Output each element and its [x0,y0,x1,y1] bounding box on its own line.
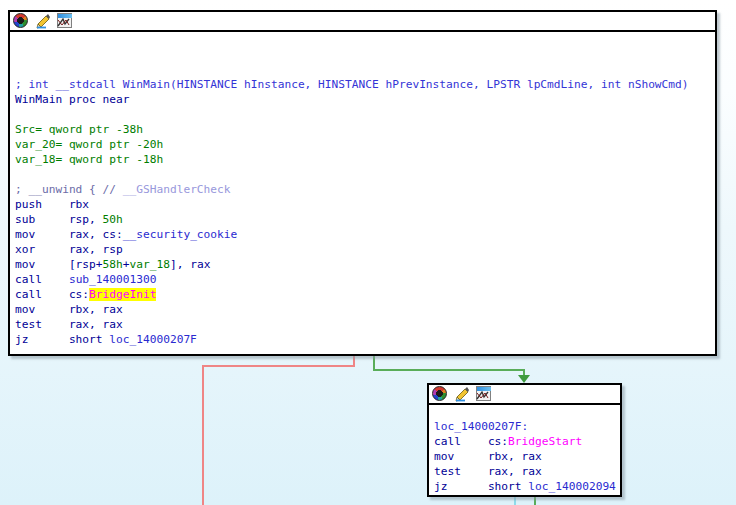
pencil-icon [35,13,51,29]
code-segment[interactable]: sub rsp, [15,213,103,226]
code-segment[interactable]: jz short [15,333,109,346]
code-line[interactable]: WinMain proc near [15,92,715,107]
edit-comment-icon[interactable] [454,386,470,402]
code-line[interactable]: mov [rsp+58h+var_18], rax [15,257,715,272]
open-subview-icon[interactable] [476,386,492,402]
code-segment[interactable]: call cs: [15,288,89,301]
code-line[interactable] [15,167,715,182]
node-titlebar[interactable] [10,12,715,32]
code-segment[interactable]: mov rax, cs: [15,228,123,241]
code-segment[interactable]: 58h [103,258,123,271]
code-line[interactable]: loc_14000207F: [434,419,620,434]
code-segment[interactable]: ; __unwind { // [15,183,123,196]
graph-canvas[interactable]: ; int __stdcall WinMain(HINSTANCE hInsta… [0,0,736,505]
code-segment[interactable]: BridgeInit [89,288,156,301]
code-segment[interactable]: Src= qword ptr -38h [15,123,143,136]
code-segment[interactable]: loc_14000207F: [434,420,528,433]
code-line[interactable]: var_20= qword ptr -20h [15,137,715,152]
code-segment[interactable]: jz short [434,480,528,493]
code-line[interactable]: jz short loc_14000207F [15,332,715,347]
code-line[interactable]: ; __unwind { // __GSHandlerCheck [15,182,715,197]
graph-glyph-icon [476,391,489,400]
code-line[interactable]: test rax, rax [15,317,715,332]
code-segment[interactable]: push rbx [15,198,89,211]
code-listing[interactable]: ; int __stdcall WinMain(HINSTANCE hInsta… [10,32,715,347]
code-segment[interactable]: ], rax [170,258,210,271]
node-color-icon[interactable] [13,13,29,29]
code-segment[interactable]: test rax, rax [15,318,123,331]
window-frame-icon [476,386,491,401]
code-line[interactable]: mov rbx, rax [15,302,715,317]
code-line[interactable]: Src= qword ptr -38h [15,122,715,137]
edge-not-taken-segment [202,365,355,367]
edge-arrowhead-icon [518,375,530,383]
edge-not-taken-segment [202,365,204,505]
pencil-icon [454,386,470,402]
code-segment[interactable]: loc_140002094 [528,480,616,493]
code-segment[interactable]: call [15,273,69,286]
graph-glyph-icon [57,18,70,27]
code-line[interactable]: jz short loc_140002094 [434,479,620,494]
code-segment[interactable]: var_18= qword ptr -18h [15,153,163,166]
node-color-icon[interactable] [432,386,448,402]
code-segment[interactable]: mov rbx, rax [434,450,542,463]
code-segment[interactable]: __security_cookie [123,228,238,241]
code-line[interactable]: ; int __stdcall WinMain(HINSTANCE hInsta… [15,77,715,92]
code-segment[interactable]: var_18 [130,258,170,271]
code-segment[interactable]: WinMain proc near [15,93,130,106]
code-segment[interactable]: loc_14000207F [109,333,197,346]
code-line[interactable]: xor rax, rsp [15,242,715,257]
code-line[interactable]: call sub_140001300 [15,272,715,287]
code-line[interactable]: call cs:BridgeStart [434,434,620,449]
code-segment[interactable]: xor rax, rsp [15,243,123,256]
code-line[interactable]: call cs:BridgeInit [15,287,715,302]
basic-block-loc14000207F[interactable]: loc_14000207F:call cs:BridgeStartmov rbx… [427,383,622,497]
code-segment[interactable]: test rax, rax [434,465,542,478]
code-segment[interactable]: BridgeStart [508,435,582,448]
code-line[interactable]: test rax, rax [434,464,620,479]
edge-taken-segment [534,497,536,505]
open-subview-icon[interactable] [57,13,73,29]
basic-block-winmain[interactable]: ; int __stdcall WinMain(HINSTANCE hInsta… [8,10,717,356]
edge-flow-segment [514,497,516,505]
code-segment[interactable]: mov rbx, rax [15,303,123,316]
code-line[interactable]: var_18= qword ptr -18h [15,152,715,167]
code-line[interactable]: sub rsp, 50h [15,212,715,227]
code-segment[interactable]: call cs: [434,435,508,448]
code-line[interactable] [15,107,715,122]
code-listing[interactable]: loc_14000207F:call cs:BridgeStartmov rbx… [429,405,620,494]
color-wheel-icon [432,386,447,401]
color-wheel-icon [13,13,28,28]
code-segment[interactable]: sub_140001300 [69,273,157,286]
edge-taken-segment [373,369,525,371]
code-line[interactable]: mov rbx, rax [434,449,620,464]
code-line[interactable]: push rbx [15,197,715,212]
edit-comment-icon[interactable] [35,13,51,29]
code-segment[interactable]: ; int __stdcall WinMain(HINSTANCE hInsta… [15,78,689,91]
code-line[interactable]: mov rax, cs:__security_cookie [15,227,715,242]
code-segment[interactable]: 50h [103,213,123,226]
code-segment[interactable]: var_20= qword ptr -20h [15,138,163,151]
code-segment[interactable]: + [123,258,130,271]
node-titlebar[interactable] [429,385,620,405]
code-segment[interactable]: mov [rsp+ [15,258,103,271]
window-frame-icon [57,13,72,28]
code-segment[interactable]: __GSHandlerCheck [123,183,231,196]
